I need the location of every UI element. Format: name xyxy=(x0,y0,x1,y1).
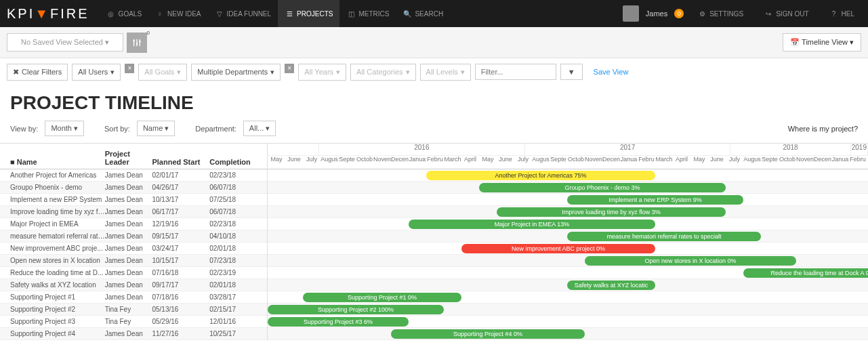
month-label: Augus xyxy=(321,156,338,169)
month-label: May xyxy=(479,156,497,169)
sliders-icon xyxy=(132,38,142,47)
month-label: Septe xyxy=(338,156,356,169)
search-icon: 🔍 xyxy=(402,9,412,18)
gantt-bar[interactable]: Another Project for Americas 75% xyxy=(426,171,655,180)
year-label: 2018 xyxy=(730,144,850,155)
page-title: PROJECT TIMELINE xyxy=(10,92,858,114)
header-settings[interactable]: ⚙SETTINGS xyxy=(690,0,750,27)
remove-filter-icon[interactable]: × xyxy=(285,64,294,73)
month-label: Janua xyxy=(831,156,849,169)
avatar[interactable] xyxy=(623,5,639,22)
chevron-down-icon: ▾ xyxy=(336,68,340,77)
chevron-down-icon: ▾ xyxy=(270,68,274,77)
year-label: 2017 xyxy=(525,144,731,155)
filter-all-goals[interactable]: All Goals ▾ xyxy=(138,64,187,81)
filter-all-categories[interactable]: All Categories ▾ xyxy=(350,64,415,81)
month-label: March xyxy=(655,156,673,169)
user-name[interactable]: James xyxy=(646,9,667,18)
save-view-link[interactable]: Save View xyxy=(594,68,629,76)
month-label: Octob xyxy=(779,156,796,169)
month-label: June xyxy=(708,156,726,169)
filter-multiple-departments[interactable]: Multiple Departments ▾ xyxy=(191,64,281,81)
month-label: March xyxy=(444,156,461,169)
department-label: Department: xyxy=(195,125,236,133)
gantt-bar[interactable]: Open new stores in X location 0% xyxy=(585,256,796,266)
caret-down-icon: ▾ xyxy=(266,124,270,132)
gantt-bar[interactable]: Supporting Project #4 0% xyxy=(391,329,585,339)
table-row[interactable]: Supporting Project #2Tina Fey05/13/1602/… xyxy=(0,304,267,316)
svg-point-1 xyxy=(136,43,138,45)
table-row[interactable]: Safety walks at XYZ locationJames Dean09… xyxy=(0,279,267,291)
nav-projects[interactable]: ☰PROJECTS xyxy=(278,0,339,27)
month-label: Noven xyxy=(373,156,391,169)
gantt-bar[interactable]: measure hematori referral rates to speci… xyxy=(567,232,761,241)
col-leader: Project Leader xyxy=(105,150,152,166)
nav-search[interactable]: 🔍SEARCH xyxy=(396,0,450,27)
month-label: Noven xyxy=(585,156,602,169)
where-is-project-link[interactable]: Where is my project? xyxy=(788,125,858,133)
gantt-bar[interactable]: Reduce the loading time at Dock A 9% xyxy=(743,268,868,278)
chevron-down-icon: ▾ xyxy=(461,68,465,77)
month-label: June xyxy=(285,156,303,169)
table-row[interactable]: Groupo Phoenix - demoJames Dean04/26/170… xyxy=(0,182,267,194)
table-row[interactable]: Major Project in EMEAJames Dean12/19/160… xyxy=(0,218,267,230)
calendar-icon: 📅 xyxy=(790,38,800,46)
gantt-bar[interactable]: Implement a new ERP System 9% xyxy=(567,195,743,205)
remove-filter-icon[interactable]: × xyxy=(125,64,134,73)
table-row[interactable]: measure hematori referral rate...James D… xyxy=(0,230,267,243)
gantt-bar[interactable]: Major Project in EMEA 13% xyxy=(409,220,655,229)
col-name: ■ Name xyxy=(0,158,105,166)
department-select[interactable]: All... ▾ xyxy=(243,121,276,136)
sort-by-select[interactable]: Name ▾ xyxy=(137,121,175,136)
month-label: July xyxy=(303,156,321,169)
gantt-bar[interactable]: Safety walks at XYZ locatic xyxy=(567,281,655,290)
nav-new-idea[interactable]: ♀NEW IDEA xyxy=(148,0,207,27)
table-row[interactable]: New improvement ABC proje...James Dean03… xyxy=(0,243,267,255)
view-settings-button[interactable]: 0 xyxy=(127,33,147,53)
filter-all-users[interactable]: All Users ▾ xyxy=(72,64,121,81)
header-sign out[interactable]: ↪SIGN OUT xyxy=(757,0,815,27)
year-label: 2019 xyxy=(851,144,868,155)
month-label: April xyxy=(673,156,690,169)
gantt-row: Supporting Project #2 100% xyxy=(268,304,868,316)
timeline-view-button[interactable]: 📅 Timeline View ▾ xyxy=(783,33,861,51)
gantt-bar[interactable]: Supporting Project #1 0% xyxy=(303,293,461,302)
gantt-bar[interactable]: Groupo Phoenix - demo 3% xyxy=(479,183,726,192)
nav-metrics[interactable]: ◫METRICS xyxy=(339,0,396,27)
logo-arrow-icon: ▼ xyxy=(35,6,50,22)
table-row[interactable]: Implement a new ERP SystemJames Dean10/1… xyxy=(0,194,267,206)
header-hel[interactable]: ?HEL xyxy=(823,0,861,27)
gantt-bar[interactable]: Supporting Project #3 6% xyxy=(268,317,409,327)
target-icon: ◎ xyxy=(106,9,116,18)
gantt-row: Supporting Project #3 6% xyxy=(268,316,868,328)
table-row[interactable]: Supporting Project #3Tina Fey05/29/1612/… xyxy=(0,316,267,328)
clear-filters-button[interactable]: ✖ Clear Filters xyxy=(7,64,68,81)
gear-icon: ⚙ xyxy=(697,9,707,18)
filter-apply-button[interactable]: ▼ xyxy=(560,64,583,80)
filter-text-input[interactable] xyxy=(475,64,556,80)
view-by-select[interactable]: Month ▾ xyxy=(45,121,84,136)
table-row[interactable]: Open new stores in X locationJames Dean1… xyxy=(0,255,267,267)
gantt-bar[interactable]: Supporting Project #2 100% xyxy=(268,305,444,314)
table-row[interactable]: Supporting Project #1James Dean07/18/160… xyxy=(0,291,267,304)
signout-icon: ↪ xyxy=(764,9,773,18)
notification-badge[interactable]: 0 xyxy=(674,9,684,18)
saved-view-select[interactable]: No Saved View Selected ▾ xyxy=(7,33,123,51)
table-row[interactable]: Supporting Project #4James Dean11/27/161… xyxy=(0,328,267,340)
table-row[interactable]: Improve loading time by xyz fl...James D… xyxy=(0,206,267,218)
subheader: No Saved View Selected ▾ 0 📅 Timeline Vi… xyxy=(0,27,868,58)
year-label xyxy=(268,144,319,155)
month-label: Febru xyxy=(426,156,444,169)
nav-goals[interactable]: ◎GOALS xyxy=(100,0,148,27)
month-label: June xyxy=(497,156,514,169)
sort-by-label: Sort by: xyxy=(104,125,130,133)
view-by-label: View by: xyxy=(10,125,38,133)
table-row[interactable]: Another Project for AmericasJames Dean02… xyxy=(0,169,267,182)
gantt-bar[interactable]: Improve loading time by xyz flow 3% xyxy=(497,207,726,217)
filter-all-years[interactable]: All Years ▾ xyxy=(298,64,346,81)
gantt-bar[interactable]: New improvement ABC project 0% xyxy=(461,244,655,253)
table-row[interactable]: Reduce the loading time at D...James Dea… xyxy=(0,267,267,279)
nav-idea-funnel[interactable]: ▽IDEA FUNNEL xyxy=(208,0,278,27)
svg-point-2 xyxy=(139,40,141,42)
filter-all-levels[interactable]: All Levels ▾ xyxy=(420,64,471,81)
